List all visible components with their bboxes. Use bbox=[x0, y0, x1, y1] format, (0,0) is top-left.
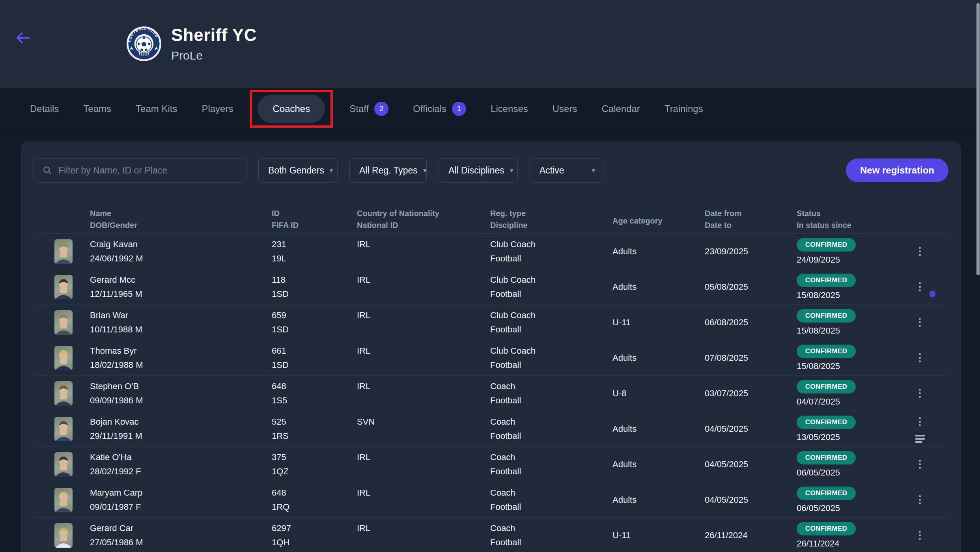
in-status-since: 13/05/2025 bbox=[797, 432, 891, 442]
search-input[interactable] bbox=[58, 165, 237, 176]
coach-discipline: Football bbox=[490, 395, 612, 406]
notification-dot bbox=[930, 291, 935, 297]
coach-name: Bojan Kovac bbox=[90, 417, 272, 427]
table-row[interactable]: Stephen O'B09/09/1986 M 6481S5 IRL Coach… bbox=[34, 376, 948, 411]
table-row[interactable]: Maryam Carp09/01/1987 F 6481RQ IRL Coach… bbox=[34, 482, 948, 518]
coach-country: IRL bbox=[357, 488, 490, 498]
club-header: FOOTBALL CLUB Sheriff YC ProLe bbox=[0, 0, 980, 88]
kebab-icon[interactable] bbox=[917, 244, 923, 258]
league-subtitle: ProLe bbox=[171, 49, 257, 62]
tab-calendar[interactable]: Calendar bbox=[601, 103, 640, 114]
coach-id: 648 bbox=[272, 488, 357, 498]
coach-dob-gender: 27/05/1986 M bbox=[90, 537, 272, 548]
coach-national-id bbox=[357, 289, 490, 299]
column-subheader: In status since bbox=[797, 220, 891, 230]
tab-officials[interactable]: Officials 1 bbox=[413, 102, 466, 116]
tab-teams[interactable]: Teams bbox=[83, 103, 111, 114]
coach-fifa-id: 1SD bbox=[272, 360, 357, 370]
back-arrow-icon[interactable] bbox=[14, 31, 32, 45]
coach-date-from: 26/11/2024 bbox=[705, 530, 797, 541]
status-badge: CONFIRMED bbox=[797, 274, 856, 287]
tab-licenses[interactable]: Licenses bbox=[491, 103, 528, 114]
tab-details[interactable]: Details bbox=[30, 103, 59, 114]
chevron-down-icon: ▾ bbox=[423, 166, 427, 175]
in-status-since: 15/08/2025 bbox=[797, 361, 891, 371]
scrollbar-thumb[interactable] bbox=[976, 3, 980, 275]
coach-avatar bbox=[54, 381, 73, 406]
kebab-icon[interactable] bbox=[917, 457, 923, 471]
coach-id: 525 bbox=[272, 417, 357, 427]
table-row[interactable]: Thomas Byr18/02/1988 M 6611SD IRL Club C… bbox=[34, 340, 948, 376]
coach-fifa-id: 1SD bbox=[272, 324, 357, 335]
table-row[interactable]: Brian War10/11/1988 M 6591SD IRL Club Co… bbox=[34, 305, 948, 340]
search-icon bbox=[43, 165, 52, 175]
gender-filter-dropdown[interactable]: Both Genders ▾ bbox=[258, 158, 338, 183]
in-status-since: 15/08/2025 bbox=[797, 326, 891, 336]
kebab-icon[interactable] bbox=[917, 315, 923, 329]
table-row[interactable]: Craig Kavan24/06/1992 M 23119L IRL Club … bbox=[34, 234, 948, 269]
coach-name: Gerard Car bbox=[90, 523, 272, 533]
table-row[interactable]: Katie O'Ha28/02/1992 F 3751QZ IRL CoachF… bbox=[34, 447, 948, 482]
coach-country: IRL bbox=[357, 523, 490, 533]
coach-country: IRL bbox=[357, 452, 490, 462]
coach-discipline: Football bbox=[490, 502, 612, 512]
search-input-wrap[interactable] bbox=[34, 158, 246, 183]
coach-national-id bbox=[357, 537, 490, 548]
column-header: Country of Nationality bbox=[357, 209, 490, 218]
discipline-filter-dropdown[interactable]: All Disciplines ▾ bbox=[439, 158, 518, 183]
coach-discipline: Football bbox=[490, 431, 612, 441]
tab-team-kits[interactable]: Team Kits bbox=[136, 103, 177, 114]
coach-reg-type: Club Coach bbox=[490, 346, 612, 356]
coach-national-id bbox=[357, 431, 490, 441]
kebab-icon[interactable] bbox=[917, 415, 923, 429]
table-row[interactable]: Gerard Car27/05/1986 M 62971QH IRL Coach… bbox=[34, 518, 948, 552]
column-header: ID bbox=[272, 209, 357, 218]
kebab-icon[interactable] bbox=[917, 386, 923, 400]
coach-age-category: U-11 bbox=[612, 317, 705, 328]
coach-age-category: Adults bbox=[612, 246, 705, 257]
coach-dob-gender: 12/11/1965 M bbox=[90, 289, 272, 299]
coach-name: Craig Kavan bbox=[90, 239, 272, 250]
kebab-icon[interactable] bbox=[917, 280, 923, 294]
status-badge: CONFIRMED bbox=[797, 309, 856, 323]
filter-bar: Both Genders ▾ All Reg. Types ▾ All Disc… bbox=[21, 142, 961, 183]
coach-name: Gerard Mcc bbox=[90, 275, 272, 285]
coach-date-from: 07/08/2025 bbox=[705, 353, 797, 363]
reg-type-filter-dropdown[interactable]: All Reg. Types ▾ bbox=[349, 158, 427, 183]
table-row[interactable]: Bojan Kovac29/11/1991 M 5251RS SVN Coach… bbox=[34, 411, 948, 447]
coach-age-category: U-11 bbox=[612, 530, 705, 541]
coach-id: 6297 bbox=[272, 523, 357, 533]
chevron-down-icon: ▾ bbox=[510, 166, 513, 175]
coach-avatar bbox=[54, 523, 73, 548]
coach-age-category: Adults bbox=[612, 353, 705, 363]
kebab-icon[interactable] bbox=[917, 351, 923, 365]
tab-users[interactable]: Users bbox=[553, 103, 577, 114]
tab-players[interactable]: Players bbox=[202, 103, 233, 114]
column-header: Name bbox=[90, 209, 272, 218]
coach-fifa-id: 1RQ bbox=[272, 502, 357, 512]
page-title: Sheriff YC bbox=[171, 25, 257, 45]
tab-staff[interactable]: Staff 2 bbox=[349, 102, 388, 116]
coach-reg-type: Coach bbox=[490, 381, 612, 392]
coach-fifa-id: 1SD bbox=[272, 289, 357, 299]
column-header: Status bbox=[797, 209, 891, 218]
new-registration-button[interactable]: New registration bbox=[846, 159, 948, 182]
tab-bar: Details Teams Team Kits Players Coaches … bbox=[0, 88, 980, 130]
coach-age-category: U-8 bbox=[612, 388, 705, 399]
kebab-icon[interactable] bbox=[917, 528, 923, 542]
coach-country: IRL bbox=[357, 275, 490, 285]
coach-national-id bbox=[357, 466, 490, 477]
tab-trainings[interactable]: Trainings bbox=[665, 103, 703, 114]
table-row[interactable]: Gerard Mcc12/11/1965 M 1181SD IRL Club C… bbox=[34, 269, 948, 305]
status-filter-dropdown[interactable]: Active ▾ bbox=[530, 158, 603, 183]
column-header: Date from bbox=[705, 209, 797, 218]
coach-country: IRL bbox=[357, 310, 490, 321]
coach-reg-type: Coach bbox=[490, 452, 612, 462]
coach-discipline: Football bbox=[490, 324, 612, 335]
coach-id: 648 bbox=[272, 381, 357, 392]
coach-name: Thomas Byr bbox=[90, 346, 272, 356]
coach-name: Brian War bbox=[90, 310, 272, 321]
kebab-icon[interactable] bbox=[917, 493, 923, 507]
tab-coaches[interactable]: Coaches bbox=[258, 95, 325, 123]
status-badge: CONFIRMED bbox=[797, 345, 856, 358]
